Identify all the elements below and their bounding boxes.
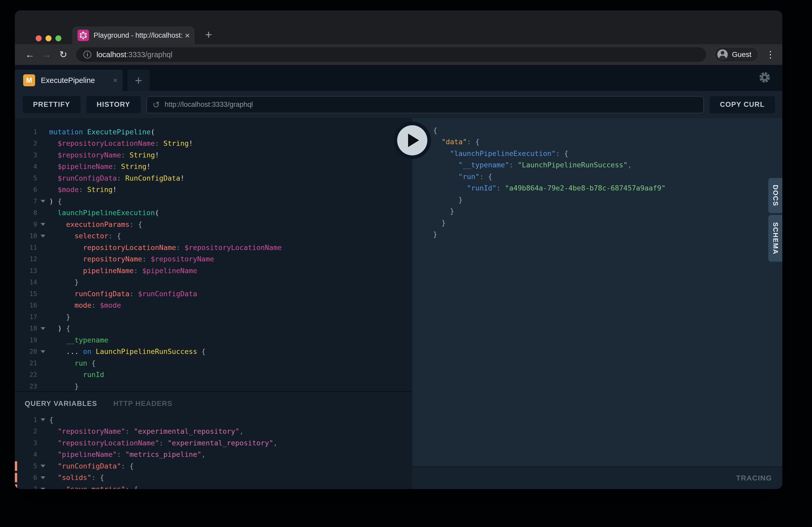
fold-chevron-down-icon[interactable] [37, 414, 49, 426]
profile-button[interactable]: Guest [714, 47, 758, 62]
profile-label: Guest [732, 50, 751, 59]
code-text: ) { [49, 197, 62, 205]
execute-play-button[interactable] [393, 122, 431, 159]
code-text: selector: { [49, 232, 121, 240]
left-column: 1mutation ExecutePipeline(2 $repositoryL… [15, 118, 412, 489]
fold-chevron-down-icon[interactable] [37, 346, 49, 358]
tab-query-variables[interactable]: QUERY VARIABLES [25, 400, 97, 408]
code-text: "__typename": "LaunchPipelineRunSuccess"… [433, 161, 632, 169]
tracing-bar[interactable]: TRACING [412, 466, 782, 489]
code-line: 17 } [15, 311, 412, 323]
endpoint-input[interactable] [165, 101, 698, 109]
query-editor[interactable]: 1mutation ExecutePipeline(2 $repositoryL… [15, 118, 412, 391]
code-text: $repositoryLocationName: String! [49, 139, 193, 147]
line-number: 1 [15, 128, 37, 136]
code-text: "runConfigData": { [49, 462, 134, 470]
code-text: } [49, 313, 70, 321]
code-text: ) { [49, 324, 70, 332]
fold-spacer [419, 217, 433, 229]
back-icon[interactable]: ← [23, 49, 37, 60]
fold-spacer [37, 437, 49, 449]
code-line: 22 runId [15, 369, 412, 381]
code-text: run { [49, 359, 96, 367]
code-text: runId [49, 371, 104, 379]
code-text: "solids": { [49, 473, 104, 482]
code-line: } [419, 194, 782, 206]
fold-chevron-down-icon[interactable] [37, 323, 49, 334]
code-text: mode: $mode [49, 301, 121, 309]
line-number: 19 [15, 336, 37, 344]
fold-spacer [37, 369, 49, 381]
code-line: 3 "repositoryLocationName": "experimenta… [15, 437, 412, 449]
code-text: "runId": "a49b864a-79e2-4be8-b78c-687457… [433, 184, 666, 192]
fold-chevron-down-icon[interactable] [37, 195, 49, 207]
code-line: 14 } [15, 276, 412, 288]
fold-chevron-down-icon[interactable] [37, 460, 49, 472]
copy-curl-button[interactable]: COPY CURL [710, 96, 775, 113]
schema-side-tab[interactable]: SCHEMA [768, 215, 782, 262]
new-tab-icon[interactable]: + [202, 29, 215, 41]
browser-menu-icon[interactable]: ⋮ [766, 49, 773, 60]
right-column: { "data": { "launchPipelineExecution": {… [412, 118, 782, 489]
prettify-button[interactable]: PRETTIFY [23, 96, 81, 113]
line-number: 16 [15, 301, 37, 309]
minimize-window-button[interactable] [45, 35, 52, 41]
history-button[interactable]: HISTORY [86, 96, 141, 113]
code-text: $mode: String! [49, 185, 117, 194]
code-text: __typename [49, 336, 108, 344]
code-text: { [433, 126, 437, 134]
fold-chevron-down-icon[interactable] [37, 219, 49, 230]
fold-spacer [37, 311, 49, 323]
fold-spacer [37, 449, 49, 461]
lint-marker-icon [15, 461, 17, 471]
code-line: 3 $repositoryName: String! [15, 149, 412, 161]
endpoint-field[interactable]: ↺ [146, 96, 704, 113]
add-session-icon[interactable]: + [128, 70, 149, 91]
fold-spacer [37, 242, 49, 253]
code-line: 1mutation ExecutePipeline( [15, 126, 412, 138]
code-text: "launchPipelineExecution": { [433, 149, 568, 157]
forward-icon[interactable]: → [39, 49, 54, 60]
code-line: } [419, 217, 782, 229]
address-bar[interactable]: i localhost:3333/graphql [76, 47, 706, 62]
code-text: "pipelineName": "metrics_pipeline", [49, 450, 205, 458]
browser-toolbar: ← → ↻ i localhost:3333/graphql Guest ⋮ [15, 44, 782, 65]
fold-spacer [37, 276, 49, 288]
fold-chevron-down-icon[interactable] [37, 483, 49, 489]
line-number: 2 [15, 427, 37, 435]
endpoint-history-icon[interactable]: ↺ [153, 100, 160, 109]
site-info-icon[interactable]: i [84, 51, 91, 59]
code-line: 6 "solids": { [15, 472, 412, 484]
code-line: "launchPipelineExecution": { [419, 148, 782, 159]
code-line: 18 ) { [15, 323, 412, 334]
traffic-lights [35, 35, 61, 41]
line-number: 3 [15, 439, 37, 447]
line-number: 23 [15, 382, 37, 390]
browser-tab[interactable]: Playground - http://localhost:3 × [72, 27, 194, 44]
docs-side-tab[interactable]: DOCS [768, 178, 782, 213]
line-number: 5 [15, 175, 37, 182]
close-window-button[interactable] [35, 35, 42, 41]
variables-editor[interactable]: 1{2 "repositoryName": "experimental_repo… [15, 414, 412, 489]
code-text: "save_metrics": { [49, 485, 138, 489]
fold-chevron-down-icon[interactable] [37, 230, 49, 242]
playground-toolbar: PRETTIFY HISTORY ↺ COPY CURL [15, 91, 782, 118]
tab-http-headers[interactable]: HTTP HEADERS [113, 400, 173, 408]
reload-icon[interactable]: ↻ [56, 49, 71, 60]
line-number: 4 [15, 451, 37, 458]
code-text: } [433, 230, 437, 238]
settings-gear-icon[interactable] [758, 71, 771, 85]
code-line: "__typename": "LaunchPipelineRunSuccess"… [419, 159, 782, 171]
code-line: 10 selector: { [15, 230, 412, 242]
code-line: 8 launchPipelineExecution( [15, 207, 412, 219]
session-close-icon[interactable]: × [113, 76, 118, 84]
fold-spacer [37, 184, 49, 196]
zoom-window-button[interactable] [55, 35, 61, 41]
fold-spacer [37, 172, 49, 184]
tab-close-icon[interactable]: × [185, 31, 190, 40]
fold-chevron-down-icon[interactable] [37, 472, 49, 484]
lint-marker-icon [15, 473, 17, 483]
code-line: } [419, 206, 782, 217]
line-number: 7 [15, 197, 37, 205]
session-tab-executepipeline[interactable]: M ExecutePipeline × [15, 70, 123, 91]
